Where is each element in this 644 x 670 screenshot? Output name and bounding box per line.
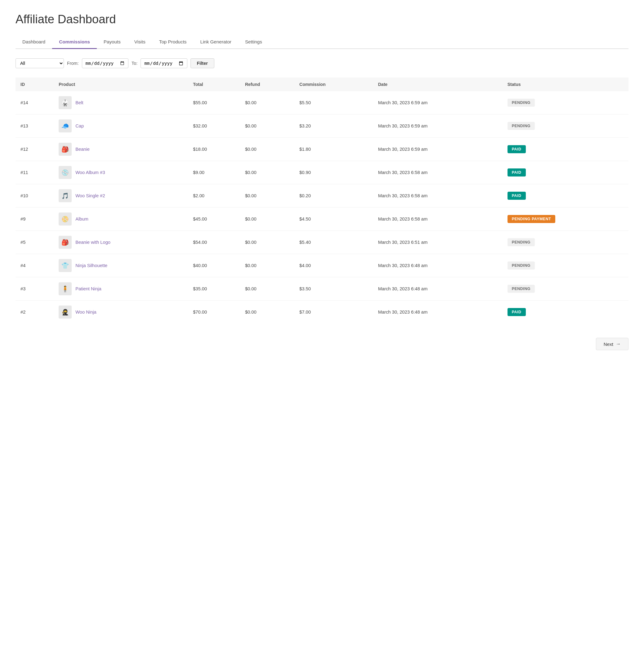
cell-status: PENDING (502, 254, 629, 277)
col-date: Date (373, 78, 502, 91)
cell-product: 📀 Album (54, 207, 188, 231)
product-thumbnail: 🎒 (59, 236, 72, 249)
cell-date: March 30, 2023 6:58 am (373, 184, 502, 207)
cell-date: March 30, 2023 6:59 am (373, 115, 502, 138)
cell-product: 🧍 Patient Ninja (54, 277, 188, 300)
cell-commission: $0.20 (294, 184, 373, 207)
cell-refund: $0.00 (240, 254, 294, 277)
col-refund: Refund (240, 78, 294, 91)
table-row: #14 🥋 Belt $55.00 $0.00 $5.50 March 30, … (15, 91, 629, 115)
cell-status: PENDING (502, 91, 629, 115)
cell-date: March 30, 2023 6:59 am (373, 138, 502, 161)
product-link[interactable]: Cap (76, 123, 84, 129)
status-badge: PAID (508, 145, 526, 153)
date-to-input[interactable] (140, 58, 187, 68)
status-badge: PENDING (508, 285, 535, 293)
cell-refund: $0.00 (240, 277, 294, 300)
cell-total: $35.00 (188, 277, 240, 300)
tab-commissions[interactable]: Commissions (52, 35, 97, 49)
col-status: Status (502, 78, 629, 91)
cell-commission: $7.00 (294, 300, 373, 324)
cell-date: March 30, 2023 6:48 am (373, 300, 502, 324)
cell-product: 🎒 Beanie with Logo (54, 231, 188, 254)
cell-date: March 30, 2023 6:59 am (373, 91, 502, 115)
cell-id: #11 (15, 161, 54, 184)
status-badge: PENDING (508, 262, 535, 270)
product-thumbnail: 🥋 (59, 96, 72, 109)
status-badge: PAID (508, 308, 526, 316)
cell-commission: $3.50 (294, 277, 373, 300)
table-row: #9 📀 Album $45.00 $0.00 $4.50 March 30, … (15, 207, 629, 231)
date-from-input[interactable] (82, 58, 129, 68)
cell-status: PENDING PAYMENT (502, 207, 629, 231)
from-label: From: (67, 61, 79, 66)
table-row: #12 🎒 Beanie $18.00 $0.00 $1.80 March 30… (15, 138, 629, 161)
col-total: Total (188, 78, 240, 91)
cell-id: #10 (15, 184, 54, 207)
tab-nav: Dashboard Commissions Payouts Visits Top… (15, 35, 629, 49)
product-link[interactable]: Beanie (76, 147, 90, 152)
filter-button[interactable]: Filter (190, 58, 214, 68)
next-button[interactable]: Next → (596, 338, 629, 350)
cell-product: 💿 Woo Album #3 (54, 161, 188, 184)
tab-visits[interactable]: Visits (128, 35, 152, 49)
cell-product: 🥋 Belt (54, 91, 188, 115)
col-product: Product (54, 78, 188, 91)
cell-commission: $1.80 (294, 138, 373, 161)
commissions-table: ID Product Total Refund Commission Date … (15, 78, 629, 323)
product-link[interactable]: Woo Album #3 (76, 170, 105, 175)
tab-link-generator[interactable]: Link Generator (193, 35, 238, 49)
cell-date: March 30, 2023 6:58 am (373, 161, 502, 184)
cell-total: $9.00 (188, 161, 240, 184)
col-id: ID (15, 78, 54, 91)
table-row: #5 🎒 Beanie with Logo $54.00 $0.00 $5.40… (15, 231, 629, 254)
page-title: Affiliate Dashboard (15, 12, 629, 26)
cell-commission: $4.50 (294, 207, 373, 231)
cell-refund: $0.00 (240, 231, 294, 254)
tab-dashboard[interactable]: Dashboard (15, 35, 52, 49)
product-thumbnail: 🧢 (59, 119, 72, 132)
cell-refund: $0.00 (240, 115, 294, 138)
product-thumbnail: 📀 (59, 213, 72, 226)
cell-total: $55.00 (188, 91, 240, 115)
cell-total: $32.00 (188, 115, 240, 138)
product-link[interactable]: Woo Single #2 (76, 193, 105, 198)
product-link[interactable]: Ninja Silhouette (76, 263, 107, 268)
cell-status: PENDING (502, 277, 629, 300)
tab-top-products[interactable]: Top Products (152, 35, 193, 49)
cell-date: March 30, 2023 6:48 am (373, 277, 502, 300)
tab-settings[interactable]: Settings (238, 35, 269, 49)
cell-id: #3 (15, 277, 54, 300)
cell-total: $45.00 (188, 207, 240, 231)
tab-payouts[interactable]: Payouts (97, 35, 128, 49)
table-row: #3 🧍 Patient Ninja $35.00 $0.00 $3.50 Ma… (15, 277, 629, 300)
status-badge: PAID (508, 192, 526, 200)
table-row: #10 🎵 Woo Single #2 $2.00 $0.00 $0.20 Ma… (15, 184, 629, 207)
cell-commission: $0.90 (294, 161, 373, 184)
cell-refund: $0.00 (240, 138, 294, 161)
product-link[interactable]: Beanie with Logo (76, 240, 110, 245)
cell-commission: $5.40 (294, 231, 373, 254)
product-link[interactable]: Album (76, 216, 89, 222)
status-badge: PAID (508, 169, 526, 176)
cell-id: #13 (15, 115, 54, 138)
product-link[interactable]: Belt (76, 100, 83, 105)
cell-refund: $0.00 (240, 207, 294, 231)
cell-total: $18.00 (188, 138, 240, 161)
cell-total: $70.00 (188, 300, 240, 324)
cell-total: $2.00 (188, 184, 240, 207)
cell-refund: $0.00 (240, 184, 294, 207)
status-filter[interactable]: All Pending Paid Pending Payment (15, 58, 64, 68)
cell-total: $40.00 (188, 254, 240, 277)
product-link[interactable]: Patient Ninja (76, 286, 101, 291)
product-thumbnail: 💿 (59, 166, 72, 179)
cell-commission: $4.00 (294, 254, 373, 277)
cell-product: 🎒 Beanie (54, 138, 188, 161)
cell-date: March 30, 2023 6:58 am (373, 207, 502, 231)
product-link[interactable]: Woo Ninja (76, 310, 96, 314)
cell-status: PAID (502, 138, 629, 161)
status-badge: PENDING (508, 238, 535, 246)
product-thumbnail: 👕 (59, 259, 72, 272)
cell-product: 🧢 Cap (54, 115, 188, 138)
cell-commission: $3.20 (294, 115, 373, 138)
